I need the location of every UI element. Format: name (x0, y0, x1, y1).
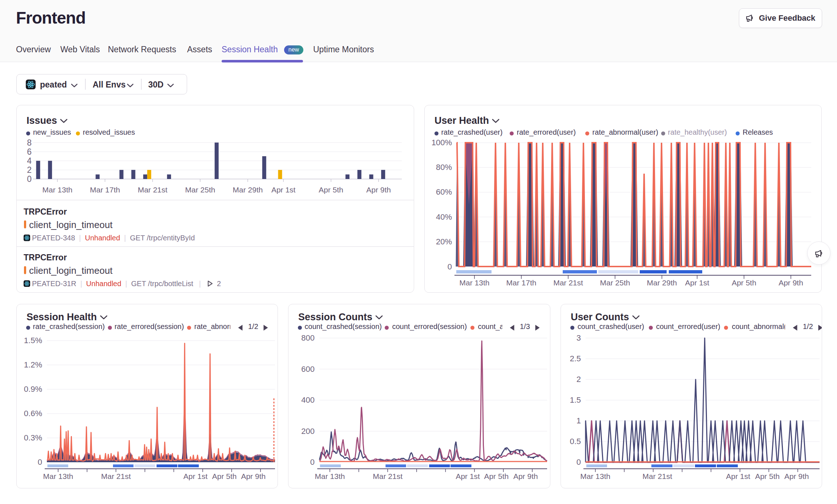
svg-text:600: 600 (301, 365, 315, 374)
svg-text:Mar 13th: Mar 13th (43, 472, 73, 480)
svg-text:Mar 13th: Mar 13th (43, 186, 73, 194)
svg-text:Mar 21st: Mar 21st (373, 472, 403, 480)
svg-text:Mar 17th: Mar 17th (90, 186, 120, 194)
svg-text:Mar 13th: Mar 13th (315, 472, 345, 480)
svg-text:2: 2 (577, 375, 581, 384)
svg-text:Apr 1st: Apr 1st (685, 279, 709, 287)
svg-text:0: 0 (38, 458, 42, 467)
svg-text:1: 1 (577, 416, 581, 425)
svg-text:0.9%: 0.9% (24, 385, 42, 394)
svg-text:2: 2 (27, 165, 32, 175)
svg-text:200: 200 (301, 427, 315, 436)
svg-text:Apr 1st: Apr 1st (271, 186, 296, 194)
svg-text:60%: 60% (436, 187, 452, 196)
svg-text:0: 0 (310, 458, 315, 467)
svg-text:100%: 100% (432, 138, 452, 147)
svg-text:Mar 13th: Mar 13th (460, 279, 490, 287)
svg-text:Apr 5th: Apr 5th (732, 279, 756, 287)
svg-text:Apr 1st: Apr 1st (726, 472, 751, 480)
svg-text:400: 400 (301, 395, 315, 405)
svg-text:1.5: 1.5 (570, 395, 581, 405)
svg-text:Mar 17th: Mar 17th (506, 279, 537, 287)
svg-text:0.5: 0.5 (570, 437, 581, 446)
svg-text:2.5: 2.5 (570, 354, 581, 363)
svg-text:Mar 21st: Mar 21st (101, 472, 131, 480)
svg-text:Apr 1st: Apr 1st (456, 472, 480, 480)
svg-text:40%: 40% (436, 212, 452, 221)
svg-text:8: 8 (27, 138, 32, 147)
svg-text:Apr 9th: Apr 9th (513, 472, 538, 480)
svg-text:Mar 25th: Mar 25th (185, 186, 215, 194)
svg-text:Apr 5th: Apr 5th (484, 472, 509, 480)
svg-text:Apr 9th: Apr 9th (241, 472, 266, 480)
svg-text:Mar 21st: Mar 21st (553, 279, 583, 287)
svg-text:4: 4 (27, 156, 32, 166)
svg-text:Mar 29th: Mar 29th (233, 186, 263, 194)
svg-text:20%: 20% (436, 237, 452, 246)
svg-text:Mar 25th: Mar 25th (600, 279, 630, 287)
svg-text:Mar 21st: Mar 21st (138, 186, 167, 194)
svg-text:1.5%: 1.5% (24, 336, 42, 345)
svg-text:80%: 80% (436, 163, 452, 172)
svg-text:Mar 21st: Mar 21st (643, 472, 672, 480)
svg-text:Apr 1st: Apr 1st (183, 472, 208, 480)
svg-text:Apr 9th: Apr 9th (779, 279, 803, 287)
svg-text:Apr 9th: Apr 9th (784, 472, 809, 480)
svg-text:Apr 9th: Apr 9th (366, 186, 391, 194)
svg-text:6: 6 (27, 147, 32, 157)
svg-text:0.6%: 0.6% (24, 409, 42, 418)
svg-text:0.3%: 0.3% (24, 433, 42, 442)
svg-text:0: 0 (577, 458, 581, 467)
svg-text:Apr 5th: Apr 5th (212, 472, 237, 480)
svg-text:Apr 5th: Apr 5th (319, 186, 343, 194)
svg-text:1.2%: 1.2% (24, 360, 42, 369)
svg-text:Apr 5th: Apr 5th (755, 472, 780, 480)
svg-text:Mar 13th: Mar 13th (580, 472, 610, 480)
svg-text:3: 3 (577, 333, 581, 342)
svg-text:0: 0 (27, 174, 32, 184)
svg-text:800: 800 (301, 333, 315, 342)
svg-text:Mar 29th: Mar 29th (647, 279, 677, 287)
svg-text:0: 0 (448, 262, 452, 271)
